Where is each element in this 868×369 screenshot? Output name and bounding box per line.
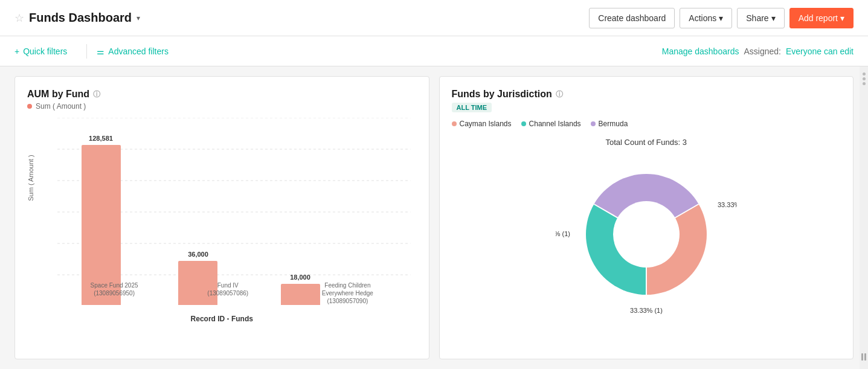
scroll-dot-1 xyxy=(863,72,866,75)
create-dashboard-button[interactable]: Create dashboard xyxy=(589,8,675,28)
filter-divider xyxy=(86,44,87,59)
scroll-dot-2 xyxy=(863,77,866,80)
bar-label-2: Fund IV (13089057086) xyxy=(198,281,258,305)
all-time-badge: ALL TIME xyxy=(452,103,492,112)
legend-bermuda: Bermuda xyxy=(591,120,628,128)
svg-text:128,581: 128,581 xyxy=(89,135,113,142)
share-button[interactable]: Share ▾ xyxy=(737,8,784,28)
bar-chart-svg: 150,000 125,000 100,000 75,000 50,000 25… xyxy=(57,118,411,305)
aum-chart-title: AUM by Fund xyxy=(27,89,89,100)
bermuda-label: Bermuda xyxy=(599,120,628,128)
svg-text:33.33% (1): 33.33% (1) xyxy=(630,307,663,314)
assigned-label: Assigned: xyxy=(744,47,780,56)
cayman-label: Cayman Islands xyxy=(460,120,512,128)
aum-by-fund-card: AUM by Fund ⓘ Sum ( Amount ) Sum ( Amoun… xyxy=(14,76,429,359)
svg-text:36,000: 36,000 xyxy=(188,251,208,258)
legend-channel: Channel Islands xyxy=(521,120,581,128)
header-right: Create dashboard Actions ▾ Share ▾ Add r… xyxy=(589,8,854,28)
scrollbar-dots xyxy=(863,72,866,85)
svg-rect-24 xyxy=(864,353,866,361)
bar-label-3: Feeding Children Everywhere Hedge (13089… xyxy=(311,281,384,305)
svg-text:33.33% (1): 33.33% (1) xyxy=(718,201,737,208)
donut-total-label: Total Count of Funds: 3 xyxy=(606,138,687,147)
svg-text:18,000: 18,000 xyxy=(290,274,310,281)
share-chevron-icon: ▾ xyxy=(771,13,776,23)
y-axis-label: Sum ( Amount ) xyxy=(27,155,34,201)
add-report-chevron-icon: ▾ xyxy=(840,13,844,23)
plus-icon: + xyxy=(14,47,19,56)
aum-info-icon[interactable]: ⓘ xyxy=(93,89,100,100)
x-axis-labels: Space Fund 2025(13089056950) Fund IV (13… xyxy=(57,281,411,305)
filter-right: Manage dashboards Assigned: Everyone can… xyxy=(662,47,854,56)
channel-label: Channel Islands xyxy=(529,120,581,128)
aum-chart-title-row: AUM by Fund ⓘ xyxy=(27,89,417,100)
bermuda-dot xyxy=(591,121,596,126)
chevron-down-icon[interactable]: ▾ xyxy=(137,14,140,22)
scroll-handle-icon xyxy=(861,353,867,363)
manage-dashboards-link[interactable]: Manage dashboards xyxy=(662,47,739,56)
main-content: AUM by Fund ⓘ Sum ( Amount ) Sum ( Amoun… xyxy=(0,66,868,369)
scrollbar-right[interactable] xyxy=(860,66,868,369)
jurisdiction-chart-title-row: Funds by Jurisdiction ⓘ xyxy=(452,89,841,100)
add-report-button[interactable]: Add report ▾ xyxy=(789,8,854,28)
filter-left: + Quick filters ⚌ Advanced filters xyxy=(14,44,178,59)
header-left: ☆ Funds Dashboard ▾ xyxy=(14,11,140,25)
channel-dot xyxy=(521,121,526,126)
jurisdiction-chart-title: Funds by Jurisdiction xyxy=(452,89,552,100)
scroll-dot-3 xyxy=(863,82,866,85)
legend-cayman: Cayman Islands xyxy=(452,120,512,128)
filter-icon: ⚌ xyxy=(97,47,104,56)
quick-filters-button[interactable]: + Quick filters xyxy=(14,47,77,56)
bar-label-1: Space Fund 2025(13089056950) xyxy=(84,281,144,305)
jurisdiction-card: Funds by Jurisdiction ⓘ ALL TIME Cayman … xyxy=(439,76,854,359)
filter-bar: + Quick filters ⚌ Advanced filters Manag… xyxy=(0,36,868,66)
dashboard-title: Funds Dashboard xyxy=(29,11,132,25)
aum-legend-label: Sum ( Amount ) xyxy=(36,102,86,111)
star-icon[interactable]: ☆ xyxy=(14,11,24,25)
donut-svg-wrapper: 33.33% (1) 33.33% (1) 33.33% (1) xyxy=(556,153,737,316)
actions-button[interactable]: Actions ▾ xyxy=(680,8,732,28)
aum-bar-chart: Sum ( Amount ) 150,000 125,000 100,000 7… xyxy=(27,118,417,323)
header: ☆ Funds Dashboard ▾ Create dashboard Act… xyxy=(0,0,868,36)
svg-text:33.33% (1): 33.33% (1) xyxy=(556,230,570,237)
donut-svg: 33.33% (1) 33.33% (1) 33.33% (1) xyxy=(556,153,737,316)
donut-chart-container: Total Count of Funds: 3 xyxy=(452,138,841,316)
jurisdiction-info-icon[interactable]: ⓘ xyxy=(556,89,563,100)
donut-legend: Cayman Islands Channel Islands Bermuda xyxy=(452,120,841,128)
advanced-filters-button[interactable]: ⚌ Advanced filters xyxy=(97,47,178,56)
x-axis-title: Record ID - Funds xyxy=(27,315,417,323)
cayman-dot xyxy=(452,121,457,126)
actions-chevron-icon: ▾ xyxy=(719,13,723,23)
aum-legend-dot xyxy=(27,104,32,109)
svg-rect-23 xyxy=(861,353,863,361)
aum-legend: Sum ( Amount ) xyxy=(27,102,417,111)
assigned-value[interactable]: Everyone can edit xyxy=(786,47,854,56)
